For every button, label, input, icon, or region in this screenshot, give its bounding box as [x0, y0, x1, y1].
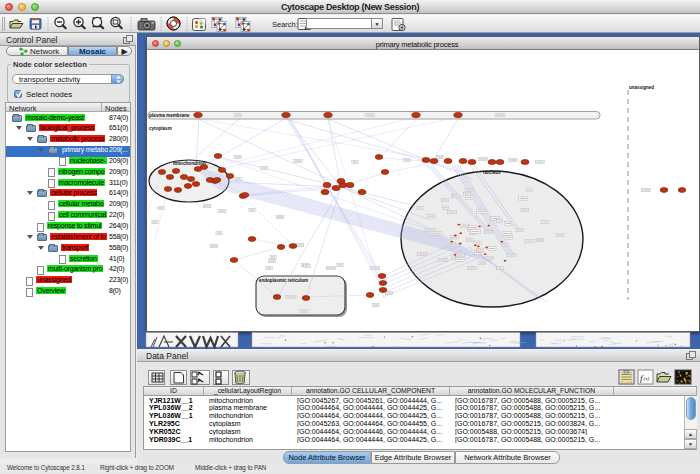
svg-text:mitochondrion: mitochondrion [173, 161, 206, 166]
svg-text:cytoplasm: cytoplasm [149, 126, 172, 131]
svg-text:unassigned: unassigned [629, 85, 654, 90]
svg-text:nucleus: nucleus [483, 170, 501, 175]
svg-text:plasma membrane: plasma membrane [149, 113, 190, 118]
svg-text:endoplasmic reticulum: endoplasmic reticulum [259, 278, 308, 283]
